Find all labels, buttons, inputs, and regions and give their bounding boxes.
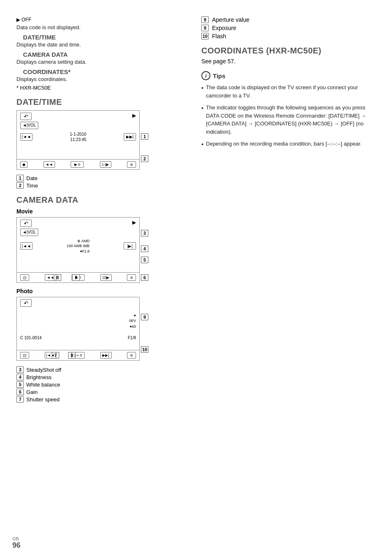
photo-next-btn: ▶▶| xyxy=(100,352,112,359)
off-section: ▶ OFF xyxy=(16,16,189,23)
label-date-row: 1 Date xyxy=(16,175,189,181)
label-time-row: 2 Time xyxy=(16,182,189,189)
label5: White balance xyxy=(26,382,60,388)
label7: Shutter speed xyxy=(26,396,60,403)
movie-label: Movie xyxy=(16,208,189,215)
datetime-desc: Displays the date and time. xyxy=(16,42,189,48)
badge-4: 4 xyxy=(141,245,148,252)
undo-btn: ↶ xyxy=(20,113,32,120)
movie-next-ch-btn: ⊡|▶ xyxy=(100,274,112,281)
off-desc: Data code is not displayed. xyxy=(16,24,189,30)
amd-value: AMD xyxy=(81,239,90,243)
badge-7-movie: 7 xyxy=(72,274,80,281)
date-value: 1-1-2010 xyxy=(70,132,86,137)
left-column: ▶ OFF Data code is not displayed. DATE/T… xyxy=(16,16,189,403)
badge-3-label: 3 xyxy=(16,366,24,373)
play-pause-btn: ▶ II xyxy=(71,161,84,168)
tips-icon: i xyxy=(201,71,210,80)
movie-vol-btn: ◄|VOL xyxy=(20,229,38,236)
item9-label: Exposure xyxy=(212,25,236,31)
footnote: * HXR-MC50E xyxy=(16,85,189,91)
time-label: Time xyxy=(26,183,38,189)
badge-6: 6 xyxy=(141,274,148,281)
badge-8-movie: 8 xyxy=(54,274,61,281)
badge-date: 1 xyxy=(16,175,24,181)
label3-row: 3 SteadyShot off xyxy=(16,366,189,373)
page-region: GB xyxy=(12,536,19,541)
photo-num: C 101-0014 xyxy=(20,336,42,340)
prev-ch-btn: ◄◄ xyxy=(44,161,55,168)
photo-diagram: ↶ ● 0EV ●60 C 101-0014 F1/8 ⊡ xyxy=(16,297,140,361)
item-8-row: 8 Aperture value xyxy=(201,16,376,23)
badge-5: 5 xyxy=(141,257,148,263)
coords-heading: COORDINATES (HXR-MC50E) xyxy=(201,46,376,56)
see-page: See page 57. xyxy=(201,58,376,65)
tips-label: Tips xyxy=(213,72,226,79)
page-footer: GB 96 xyxy=(12,536,21,550)
photo-undo-btn: ↶ xyxy=(20,299,32,307)
badge-7-photo: 7 xyxy=(52,352,59,359)
play-indicator: ▶ xyxy=(132,113,136,118)
page-number: 96 xyxy=(12,541,21,550)
item10-label: Flash xyxy=(212,33,226,39)
movie-next-btn: |▶| xyxy=(124,242,136,250)
badge-1: 1 xyxy=(141,133,148,140)
badge-9: 9 xyxy=(141,314,148,320)
datetime-heading: DATE/TIME xyxy=(23,34,189,41)
label6-row: 6 Gain xyxy=(16,389,189,395)
photo-icon-btn: ⊡ xyxy=(20,352,29,359)
movie-diagram: ↶ ▶ ◄|VOL |◄◄ ⊕ AMD 100 AWB 9dB ● xyxy=(16,217,140,283)
tip-2: The indicator toggles through the follow… xyxy=(201,104,376,136)
movie-photo-btn: ⊡ xyxy=(20,274,29,281)
label7-row: 7 Shutter speed xyxy=(16,396,189,403)
right-column: 8 Aperture value 9 Exposure 10 Flash COO… xyxy=(201,16,376,403)
item8-label: Aperture value xyxy=(212,16,249,23)
movie-menu-btn: ≡ xyxy=(127,274,136,281)
photo-menu-btn: ≡ xyxy=(127,352,136,359)
camera-data-heading: CAMERA DATA xyxy=(23,51,189,58)
badge-time: 2 xyxy=(16,182,24,189)
movie-diagram-container: ↶ ▶ ◄|VOL |◄◄ ⊕ AMD 100 AWB 9dB ● xyxy=(16,217,148,283)
tip-1: The data code is displayed on the TV scr… xyxy=(201,83,376,100)
prev-btn: |◄◄ xyxy=(20,133,32,141)
movie-prev-btn: |◄◄ xyxy=(20,242,32,250)
f-value: F1.8 xyxy=(82,249,90,253)
iso-value: 100 xyxy=(67,244,73,248)
tips-list: The data code is displayed on the TV scr… xyxy=(201,83,376,149)
badge-10: 10 xyxy=(141,346,148,353)
date-time-section-title: DATE/TIME xyxy=(16,97,189,107)
movie-play-indicator: ▶ xyxy=(132,220,136,225)
datetime-diagram: ↶ ▶ ◄|VOL |◄◄ 1-1-2010 11:23:45 ▶▶| xyxy=(16,110,140,170)
badge-2: 2 xyxy=(141,155,148,162)
photo-f-value: F1/8 xyxy=(128,336,136,340)
next-ch-btn: ▷|▶ xyxy=(100,161,111,168)
item-10-row: 10 Flash xyxy=(201,33,376,39)
label3: SteadyShot off xyxy=(26,367,61,373)
movie-data-display: ⊕ AMD 100 AWB 9dB ●F1.8 xyxy=(67,238,90,254)
datetime-display: 1-1-2010 11:23:45 xyxy=(70,132,86,142)
off-bullet: ▶ OFF xyxy=(16,17,31,23)
badge-10-right: 10 xyxy=(201,33,209,39)
movie-undo-btn: ↶ xyxy=(20,220,32,227)
badge-5-label: 5 xyxy=(16,381,24,388)
camera-data-desc: Displays camera setting data. xyxy=(16,59,189,65)
datetime-labels: 1 Date 2 Time xyxy=(16,175,189,189)
vol-btn: ◄|VOL xyxy=(20,122,38,129)
item-9-row: 9 Exposure xyxy=(201,25,376,31)
stop-btn: ■ xyxy=(20,161,28,168)
photo-label: Photo xyxy=(16,288,189,294)
db-value: 9dB xyxy=(83,244,90,248)
date-label: Date xyxy=(26,175,37,181)
awb-value: AWB xyxy=(74,244,82,248)
badge-4-label: 4 xyxy=(16,374,24,380)
badge-6-label: 6 xyxy=(16,389,24,395)
tip-3: Depending on the recording media conditi… xyxy=(201,140,376,149)
badge-7-label: 7 xyxy=(16,396,24,403)
datetime-diagram-container: ↶ ▶ ◄|VOL |◄◄ 1-1-2010 11:23:45 ▶▶| xyxy=(16,110,148,170)
menu-btn: ≡ xyxy=(127,161,136,168)
photo-data-display: ● 0EV ●60 xyxy=(129,313,136,330)
time-value: 11:23:45 xyxy=(70,137,86,142)
camera-data-labels: 3 SteadyShot off 4 Brightness 5 White ba… xyxy=(16,366,189,403)
badge-3: 3 xyxy=(141,230,148,236)
label5-row: 5 White balance xyxy=(16,381,189,388)
